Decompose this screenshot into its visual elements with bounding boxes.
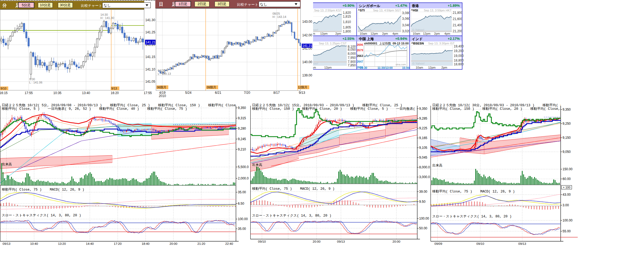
svg-text:13:40: 13:40: [82, 91, 90, 95]
svg-text:12限月: 12限月: [298, 86, 307, 89]
svg-text:© Yahoo!: © Yahoo!: [359, 28, 371, 31]
svg-text:3,000.0: 3,000.0: [419, 175, 430, 179]
svg-text:8/17: 8/17: [273, 91, 280, 95]
svg-text:16:15: 16:15: [0, 91, 8, 95]
svg-text:H : 141.30: H : 141.30: [100, 16, 114, 20]
svg-text:上证指数: 上证指数: [379, 42, 391, 45]
svg-text:17:20: 17:20: [114, 242, 122, 245]
svg-text:L : 141.06: L : 141.06: [29, 81, 42, 84]
svg-text:© Yahoo!: © Yahoo!: [412, 28, 424, 31]
svg-text:日経２２５先物 10/12( 30分, 2010/09/03: 日経２２５先物 10/12( 30分, 2010/09/03 - 2010/09…: [432, 103, 582, 107]
svg-text:Sep 13, 3:30pm IST: Sep 13, 3:30pm IST: [428, 42, 455, 45]
svg-text:2pm: 2pm: [441, 66, 447, 69]
svg-text:16:20: 16:20: [111, 91, 119, 95]
svg-text:10:40: 10:40: [30, 242, 38, 245]
svg-text:06限月: 06限月: [157, 86, 166, 89]
svg-text:3,020: 3,020: [402, 29, 410, 33]
svg-text:18,800: 18,800: [454, 59, 464, 62]
svg-text:4pm: 4pm: [444, 32, 450, 35]
svg-text:2pm: 2pm: [382, 32, 388, 35]
svg-text:sina.com: sina.com: [396, 63, 406, 66]
svg-text:Sep 13, 2:55pm KST: Sep 13, 2:55pm KST: [314, 9, 342, 12]
svg-text:6.50: 6.50: [238, 202, 244, 205]
svg-text:3,060: 3,060: [402, 17, 410, 21]
svg-text:142.00: 142.00: [302, 33, 312, 37]
svg-text:1,805: 1,805: [343, 25, 351, 29]
svg-text:17:55: 17:55: [25, 91, 33, 95]
svg-text:60.00: 60.00: [563, 177, 571, 181]
svg-text:18,600: 18,600: [454, 62, 464, 66]
svg-text:9,245: 9,245: [238, 137, 246, 141]
svg-text:10am: 10am: [413, 32, 420, 35]
svg-text:141.30: 141.30: [145, 18, 155, 22]
svg-text:am: am: [313, 66, 316, 69]
svg-text:© Yahoo!: © Yahoo!: [313, 28, 318, 31]
svg-text:09/13: 09/13: [518, 242, 526, 245]
svg-text:9:00: 9:00: [29, 78, 35, 81]
svg-text:2010: 2010: [159, 94, 166, 98]
svg-text:9,210: 9,210: [238, 147, 246, 151]
svg-text:100.00: 100.00: [563, 219, 573, 222]
svg-text:4pm: 4pm: [392, 32, 398, 35]
svg-text:22:40: 22:40: [225, 242, 233, 245]
svg-text:移動平均( Close, 150 ) 移動平均( Cl: 移動平均( Close, 150 ) 移動平均( Close, 20 ) 移動平…: [252, 107, 433, 111]
svg-text:^HSI: ^HSI: [411, 9, 418, 12]
svg-text:8,000: 8,000: [348, 52, 356, 56]
svg-text:20:00: 20:00: [393, 240, 400, 243]
svg-text:9/13: 9/13: [111, 87, 117, 90]
svg-text:14:40: 14:40: [86, 242, 94, 245]
svg-text:9,280: 9,280: [238, 127, 246, 130]
svg-text:21,400: 21,400: [453, 23, 462, 27]
svg-text:50.00: 50.00: [419, 226, 427, 230]
svg-text:m: m: [313, 32, 315, 35]
svg-text:H : 143.14: H : 143.14: [272, 15, 286, 18]
svg-text:日経２２５先物 10/12( 15分, 2010/09/03: 日経２２５先物 10/12( 15分, 2010/09/03 - 2010/09…: [252, 103, 402, 107]
svg-text:12pm: 12pm: [324, 66, 332, 69]
svg-text:21,600: 21,600: [453, 17, 462, 21]
svg-text:2pm: 2pm: [335, 32, 341, 35]
svg-text:© Yahoo!: © Yahoo!: [313, 62, 318, 65]
svg-text:35.00: 35.00: [238, 190, 246, 194]
svg-text:140.00: 140.00: [302, 60, 312, 64]
svg-text:2696: 2696: [357, 43, 363, 46]
svg-text:15:00: 15:00: [402, 66, 409, 69]
svg-text:139.00: 139.00: [302, 73, 312, 77]
svg-text:7/20: 7/20: [244, 91, 250, 95]
svg-text:141.21: 141.21: [302, 44, 312, 48]
svg-text:^STI: ^STI: [358, 9, 365, 12]
svg-text:1,800: 1,800: [343, 30, 351, 33]
svg-text:10:35: 10:35: [53, 91, 61, 95]
svg-text:141.05: 141.05: [145, 80, 155, 83]
svg-text:13:20: 13:20: [58, 242, 66, 245]
svg-text:移動平均( Close, 75 ) MACD( 12,: 移動平均( Close, 75 ) MACD( 12, 26, 9 ): [252, 187, 335, 191]
svg-text:3.00: 3.00: [563, 203, 569, 207]
svg-text:スロー・ストキャスティクス( 14, 3, 80, 20 ): スロー・ストキャスティクス( 14, 3, 80, 20 ): [432, 215, 512, 219]
svg-text:移動平均( Close, 5 ) 一目均衡表( 9,: 移動平均( Close, 5 ) 一目均衡表( 9, 26, 52 ) 移動平均…: [2, 107, 187, 111]
svg-text:08/25: 08/25: [272, 12, 280, 15]
svg-text:9.50: 9.50: [419, 200, 426, 204]
svg-text:9,285: 9,285: [419, 117, 427, 120]
svg-text:141.21: 141.21: [146, 40, 156, 44]
svg-text:9,250: 9,250: [563, 122, 571, 126]
svg-text:2647: 2647: [357, 60, 363, 63]
svg-text:Sep 13, 4:59pm SGT: Sep 13, 4:59pm SGT: [373, 9, 401, 12]
svg-text:sh000001: sh000001: [364, 42, 377, 45]
svg-text:Sep 13, 1:25pm CST: Sep 13, 1:25pm CST: [319, 42, 347, 45]
svg-text:12pm: 12pm: [428, 66, 436, 69]
svg-text:09/09: 09/09: [435, 242, 442, 245]
svg-text:9,165: 9,165: [419, 136, 427, 140]
svg-text:09限月: 09限月: [207, 86, 216, 89]
svg-text:14:30: 14:30: [100, 13, 108, 16]
svg-text:L : 139.13: L : 139.13: [158, 72, 171, 75]
svg-text:100.00: 100.00: [238, 217, 248, 221]
svg-text:1,820: 1,820: [343, 11, 351, 15]
svg-text:9,105: 9,105: [419, 146, 427, 150]
svg-text:43.00: 43.00: [563, 193, 571, 197]
svg-text:09/10: 09/10: [477, 242, 484, 245]
svg-text:9,050: 9,050: [563, 150, 571, 154]
svg-text:7,950: 7,950: [348, 56, 356, 60]
svg-text:12pm: 12pm: [370, 32, 378, 35]
svg-text:8,000.0: 8,000.0: [419, 165, 430, 169]
svg-text:19,000: 19,000: [454, 54, 464, 58]
svg-text:20:00: 20:00: [170, 242, 178, 245]
